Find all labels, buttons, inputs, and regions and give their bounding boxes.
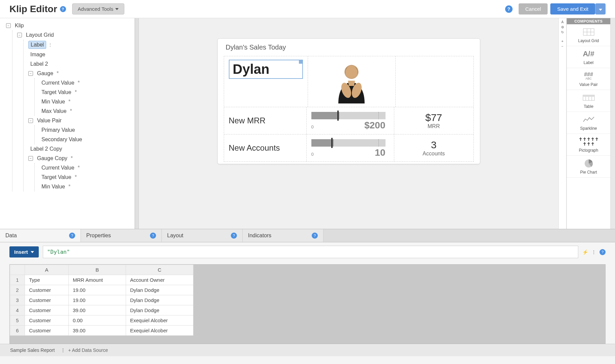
grid-row-header[interactable]: 4 bbox=[10, 305, 25, 315]
grid-cell[interactable]: 19.00 bbox=[69, 295, 126, 305]
component-pictograph[interactable]: ✝✝✝✝✝✝✝✝ Pictograph bbox=[567, 134, 610, 156]
tree-resize-handle[interactable] bbox=[135, 18, 139, 229]
component-label[interactable]: A/# Label bbox=[567, 46, 610, 68]
help-icon[interactable]: ? bbox=[231, 233, 237, 239]
collapse-icon[interactable]: − bbox=[28, 156, 33, 161]
grid-cell[interactable]: 39.00 bbox=[69, 305, 126, 315]
grid-col-header[interactable]: A bbox=[25, 265, 69, 275]
component-sparkline[interactable]: Sparkline bbox=[567, 112, 610, 134]
tab-indicators[interactable]: Indicators? bbox=[243, 229, 324, 242]
grid-cell[interactable]: Dylan Dodge bbox=[126, 295, 193, 305]
tree-item-label2-copy[interactable]: Label 2 Copy bbox=[28, 144, 134, 154]
advanced-tools-button[interactable]: Advanced Tools bbox=[72, 3, 125, 14]
help-icon[interactable]: ? bbox=[312, 233, 318, 239]
grid-cell[interactable]: Customer bbox=[25, 315, 69, 326]
save-dropdown-button[interactable] bbox=[595, 3, 606, 14]
grid-cell[interactable]: Exequiel Alcober bbox=[126, 315, 193, 326]
text-size-icon[interactable]: A bbox=[561, 20, 564, 24]
refresh-icon[interactable]: ↻ bbox=[561, 30, 564, 34]
zoom-in-icon[interactable]: + bbox=[561, 39, 563, 43]
grid-cell[interactable]: MRR Amount bbox=[69, 275, 126, 285]
grid-cell[interactable]: 0.00 bbox=[69, 315, 126, 326]
more-icon[interactable]: ⋮ bbox=[48, 42, 52, 47]
canvas[interactable]: Dylan's Sales Today Dylan bbox=[139, 18, 558, 229]
tree-item-image[interactable]: Image bbox=[28, 50, 134, 59]
gauge-label-mrr[interactable]: New MRR bbox=[224, 107, 307, 134]
cancel-button[interactable]: Cancel bbox=[519, 3, 548, 14]
add-data-source-button[interactable]: + Add Data Source bbox=[68, 347, 108, 353]
grid-cell[interactable]: Exequiel Alcober bbox=[126, 326, 193, 336]
grid-row-header[interactable]: 2 bbox=[10, 285, 25, 295]
grid-cell[interactable]: Customer bbox=[25, 305, 69, 315]
help-icon[interactable]: ? bbox=[505, 5, 513, 13]
tree-item-secondary-value[interactable]: Secondary Value bbox=[39, 135, 134, 144]
help-icon[interactable]: ? bbox=[150, 233, 156, 239]
title-help-icon[interactable]: ? bbox=[60, 6, 66, 12]
tree-item-label[interactable]: Label ⋮ bbox=[28, 40, 134, 50]
tree-item-min-value[interactable]: Min Value* bbox=[39, 97, 134, 107]
zoom-out-icon[interactable]: − bbox=[561, 44, 563, 48]
save-and-exit-button[interactable]: Save and Exit bbox=[550, 3, 595, 14]
label-component-selected[interactable]: Dylan bbox=[229, 60, 303, 79]
insert-button[interactable]: Insert bbox=[9, 246, 39, 257]
tree-item-max-value[interactable]: Max Value* bbox=[39, 107, 134, 116]
tab-properties[interactable]: Properties? bbox=[81, 229, 162, 242]
grid-row-header[interactable]: 3 bbox=[10, 295, 25, 305]
settings-icon[interactable]: ⚙ bbox=[561, 25, 564, 29]
grid-col-header[interactable]: B bbox=[69, 265, 126, 275]
data-grid[interactable]: A B C 1TypeMRR AmountAccount Owner 2Cust… bbox=[9, 264, 606, 344]
tree-item-target-value-copy[interactable]: Target Value* bbox=[39, 173, 134, 182]
grid-corner[interactable] bbox=[10, 265, 25, 275]
collapse-icon[interactable]: − bbox=[17, 33, 22, 37]
more-icon[interactable]: ⋮ bbox=[61, 347, 65, 353]
value-pair-mrr[interactable]: $77 MRR bbox=[394, 107, 473, 134]
grid-row-header[interactable]: 1 bbox=[10, 275, 25, 285]
tree-item-gauge[interactable]: − Gauge* bbox=[28, 69, 134, 78]
tree-item-value-pair[interactable]: − Value Pair bbox=[28, 116, 134, 125]
grid-cell[interactable]: 39.00 bbox=[69, 326, 126, 336]
components-scrollbar[interactable] bbox=[610, 18, 615, 229]
grid-row-header[interactable]: 5 bbox=[10, 315, 25, 326]
tree-item-gauge-copy[interactable]: − Gauge Copy* bbox=[28, 154, 134, 163]
tree-item-layout-grid[interactable]: − Layout Grid bbox=[17, 30, 134, 40]
help-icon[interactable]: ? bbox=[69, 233, 75, 239]
tab-layout[interactable]: Layout? bbox=[162, 229, 243, 242]
tab-data[interactable]: Data? bbox=[0, 229, 81, 242]
grid-cell[interactable]: 19.00 bbox=[69, 285, 126, 295]
grid-cell[interactable]: Dylan Dodge bbox=[126, 285, 193, 295]
tree-item-label2[interactable]: Label 2 bbox=[28, 59, 134, 69]
gauge-mrr[interactable]: 0$200 bbox=[307, 107, 394, 134]
value-pair-accounts[interactable]: 3 Accounts bbox=[394, 134, 473, 161]
grid-cell[interactable]: Account Owner bbox=[126, 275, 193, 285]
collapse-icon[interactable]: − bbox=[28, 118, 33, 123]
component-pie-chart[interactable]: Pie Chart bbox=[567, 156, 610, 178]
resize-handle-icon[interactable] bbox=[299, 60, 303, 64]
component-layout-grid[interactable]: Layout Grid bbox=[567, 24, 610, 46]
grid-row-header[interactable]: 6 bbox=[10, 326, 25, 336]
grid-cell[interactable]: Customer bbox=[25, 285, 69, 295]
grid-cell[interactable]: Dylan Dodge bbox=[126, 305, 193, 315]
formula-input[interactable]: "Dylan" bbox=[43, 246, 578, 258]
more-icon[interactable]: ⋮ bbox=[591, 249, 596, 255]
gauge-accounts[interactable]: 010 bbox=[307, 134, 394, 161]
tree-item-min-value-copy[interactable]: Min Value* bbox=[39, 182, 134, 191]
tree-item-target-value[interactable]: Target Value* bbox=[39, 88, 134, 97]
tree-item-current-value[interactable]: Current Value* bbox=[39, 78, 134, 88]
grid-cell[interactable]: Customer bbox=[25, 326, 69, 336]
image-component[interactable] bbox=[308, 56, 396, 107]
help-icon[interactable]: ? bbox=[599, 249, 606, 255]
gauge-label-accounts[interactable]: New Accounts bbox=[224, 134, 307, 161]
component-value-pair[interactable]: ###ABC Value Pair bbox=[567, 68, 610, 90]
component-table[interactable]: Table bbox=[567, 90, 610, 112]
tree-item-current-value-copy[interactable]: Current Value* bbox=[39, 163, 134, 173]
klip-card[interactable]: Dylan's Sales Today Dylan bbox=[217, 38, 480, 164]
tree-item-primary-value[interactable]: Primary Value bbox=[39, 125, 134, 135]
lightning-icon[interactable]: ⚡ bbox=[582, 249, 588, 255]
grid-cell[interactable]: Customer bbox=[25, 295, 69, 305]
tree-item-klip[interactable]: − Klip bbox=[6, 21, 134, 30]
collapse-icon[interactable]: − bbox=[6, 23, 11, 28]
data-source-tab[interactable]: Sample Sales Report bbox=[7, 346, 58, 354]
grid-cell[interactable]: Type bbox=[25, 275, 69, 285]
grid-col-header[interactable]: C bbox=[126, 265, 193, 275]
collapse-icon[interactable]: − bbox=[28, 71, 33, 76]
